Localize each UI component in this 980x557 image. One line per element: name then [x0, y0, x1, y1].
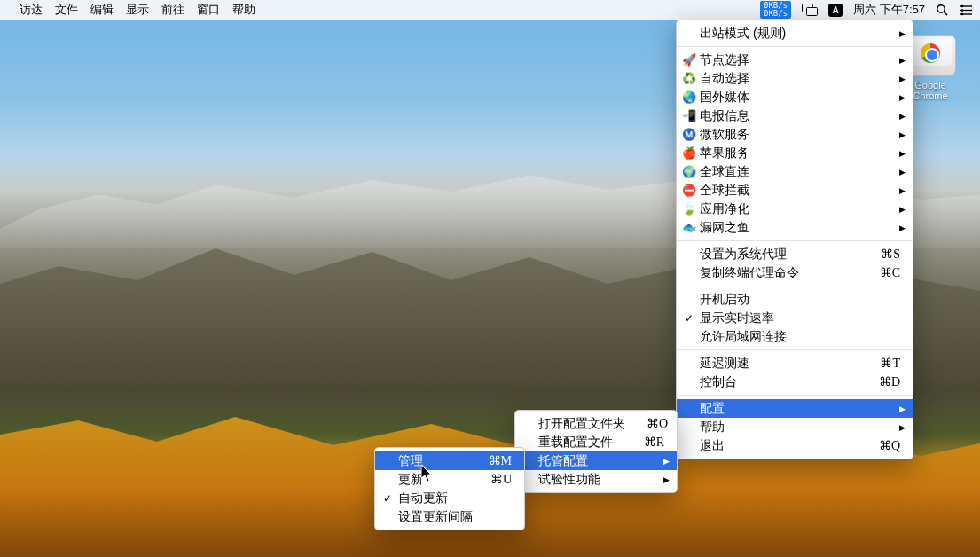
menu-config[interactable]: 配置 [677, 399, 913, 418]
menu-global-direct[interactable]: 🌍全球直连 [677, 162, 913, 181]
menu-copy-proxy-cmd[interactable]: 复制终端代理命令⌘C [677, 263, 913, 282]
menu-auto-select[interactable]: ♻️自动选择 [677, 69, 913, 88]
menu-telegram[interactable]: 📲电报信息 [677, 106, 913, 125]
submenu-auto-update[interactable]: 自动更新 [375, 489, 524, 507]
menu-file[interactable]: 文件 [55, 2, 78, 18]
notification-center-icon[interactable] [960, 4, 973, 16]
managed-config-submenu: 管理⌘M 更新⌘U 自动更新 设置更新间隔 [374, 447, 525, 530]
menu-microsoft[interactable]: Ⓜ️微软服务 [677, 125, 913, 144]
submenu-open-config-folder[interactable]: 打开配置文件夹⌘O [515, 414, 677, 433]
no-entry-icon: ⛔ [682, 184, 696, 197]
clash-status-icon[interactable]: 0KB/s 0KB/s [760, 1, 791, 19]
menu-dashboard[interactable]: 控制台⌘D [677, 373, 913, 391]
submenu-managed-config[interactable]: 托管配置 [515, 451, 677, 470]
display-mirroring-icon[interactable] [802, 4, 818, 16]
menu-launch-at-login[interactable]: 开机启动 [677, 290, 913, 309]
globe-europe-icon: 🌍 [682, 165, 696, 178]
menu-go[interactable]: 前往 [161, 2, 184, 18]
menu-global-block[interactable]: ⛔全球拦截 [677, 181, 913, 200]
svg-point-7 [961, 4, 964, 7]
mouse-cursor-icon [421, 465, 434, 485]
menu-edit[interactable]: 编辑 [90, 2, 114, 18]
menu-outbound-mode[interactable]: 出站模式 (规则) [677, 24, 913, 43]
svg-point-9 [961, 12, 964, 15]
menu-foreign-media[interactable]: 🌏国外媒体 [677, 88, 913, 106]
circle-m-icon: Ⓜ️ [682, 128, 696, 141]
menu-node-select[interactable]: 🚀节点选择 [677, 51, 913, 69]
menu-apple[interactable]: 🍎苹果服务 [677, 144, 913, 162]
rocket-icon: 🚀 [682, 53, 696, 67]
svg-point-2 [937, 4, 945, 12]
red-apple-icon: 🍎 [682, 146, 696, 160]
menu-allow-lan[interactable]: 允许局域网连接 [677, 327, 913, 346]
fish-icon: 🐟 [682, 221, 696, 234]
config-submenu: 打开配置文件夹⌘O 重载配置文件⌘R 托管配置 试验性功能 [514, 410, 678, 493]
menu-app-purify[interactable]: 🍃应用净化 [677, 200, 913, 218]
net-down-label: 0KB/s [764, 10, 788, 18]
svg-rect-1 [807, 8, 818, 16]
menu-benchmark[interactable]: 延迟测速⌘T [677, 354, 913, 373]
menu-finder[interactable]: 访达 [20, 2, 43, 18]
menu-quit[interactable]: 退出⌘Q [677, 436, 913, 455]
svg-point-8 [961, 9, 964, 12]
menu-help[interactable]: 帮助 [677, 418, 913, 436]
submenu-update[interactable]: 更新⌘U [375, 470, 524, 489]
menu-window[interactable]: 窗口 [197, 2, 220, 18]
chrome-icon [921, 43, 940, 63]
leaf-icon: 🍃 [682, 202, 696, 216]
menu-help[interactable]: 帮助 [232, 2, 255, 18]
menu-show-speed[interactable]: 显示实时速率 [677, 309, 913, 327]
menu-view[interactable]: 显示 [126, 2, 149, 18]
menubar: 访达 文件 编辑 显示 前往 窗口 帮助 0KB/s 0KB/s A 周六 下午… [0, 0, 980, 20]
input-method-indicator[interactable]: A [828, 4, 843, 17]
menu-fallback[interactable]: 🐟漏网之鱼 [677, 218, 913, 237]
submenu-manage[interactable]: 管理⌘M [375, 451, 524, 470]
clash-main-menu: 出站模式 (规则) 🚀节点选择 ♻️自动选择 🌏国外媒体 📲电报信息 Ⓜ️微软服… [676, 20, 913, 459]
recycle-icon: ♻️ [682, 72, 696, 85]
svg-line-3 [944, 12, 947, 15]
globe-asia-icon: 🌏 [682, 90, 696, 104]
phone-arrow-icon: 📲 [682, 109, 696, 122]
menu-set-system-proxy[interactable]: 设置为系统代理⌘S [677, 245, 913, 263]
submenu-experimental[interactable]: 试验性功能 [515, 470, 677, 489]
submenu-set-interval[interactable]: 设置更新间隔 [375, 507, 524, 526]
submenu-reload-config[interactable]: 重载配置文件⌘R [515, 433, 677, 451]
menubar-clock[interactable]: 周六 下午7:57 [853, 2, 925, 18]
spotlight-icon[interactable] [936, 4, 949, 17]
